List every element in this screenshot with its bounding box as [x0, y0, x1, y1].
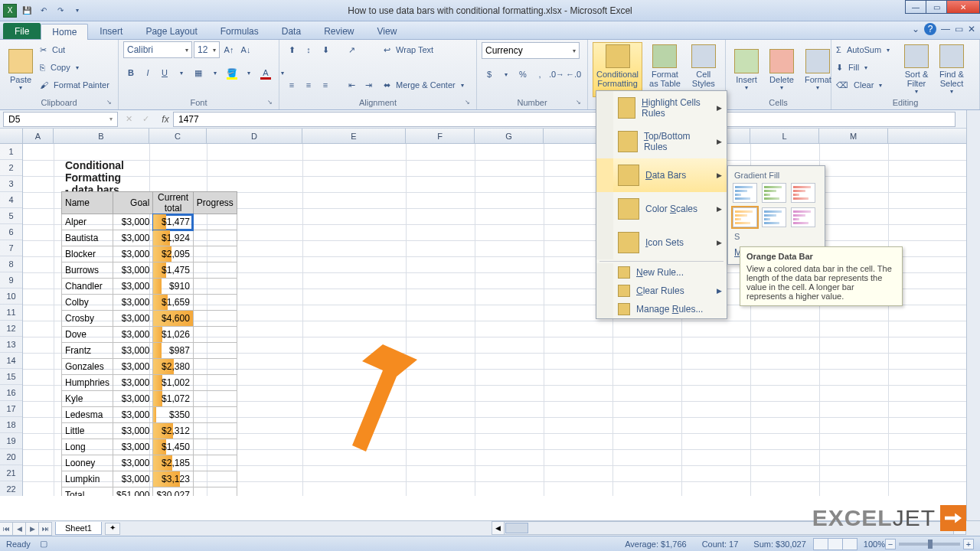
tab-view[interactable]: View [366, 23, 409, 39]
format-painter-button[interactable]: 🖌 Format Painter [40, 77, 109, 93]
align-middle-icon[interactable]: ↕ [301, 42, 316, 57]
minimize-button[interactable]: — [905, 0, 926, 14]
vertical-scrollbar[interactable] [966, 110, 980, 520]
databar-swatch[interactable] [762, 183, 786, 203]
column-header[interactable]: M [819, 129, 888, 143]
font-color-button[interactable]: A [258, 65, 273, 80]
dec-decimal-icon[interactable]: ←.0 [566, 67, 581, 82]
row-header[interactable]: 5 [0, 208, 22, 224]
row-header[interactable]: 6 [0, 224, 22, 240]
databar-swatch[interactable] [733, 207, 757, 227]
macro-record-icon[interactable]: ▢ [40, 539, 47, 549]
font-launcher-icon[interactable]: ↘ [267, 99, 276, 108]
tab-insert[interactable]: Insert [88, 23, 134, 39]
column-header[interactable]: F [406, 129, 475, 143]
tab-review[interactable]: Review [312, 23, 365, 39]
grow-font-icon[interactable]: A↑ [221, 42, 237, 57]
tab-data[interactable]: Data [270, 23, 312, 39]
column-header[interactable]: B [54, 129, 149, 143]
format-as-table-button[interactable]: Format as Table▾ [645, 42, 684, 97]
cf-menu-item[interactable]: Highlight Cells Rules▶ [596, 91, 727, 125]
accounting-format-icon[interactable]: $ [482, 67, 497, 82]
sheet-tab-sheet1[interactable]: Sheet1 [55, 522, 102, 535]
row-header[interactable]: 3 [0, 176, 22, 192]
row-header[interactable]: 7 [0, 240, 22, 256]
row-header[interactable]: 1 [0, 144, 22, 160]
column-header[interactable]: L [750, 129, 819, 143]
page-layout-view-icon[interactable] [828, 538, 843, 550]
select-all-corner[interactable] [0, 129, 23, 143]
cf-menu-item[interactable]: Data Bars▶ [596, 158, 727, 192]
sheet-nav-last-icon[interactable]: ⏭ [38, 522, 52, 536]
databar-swatch[interactable] [791, 183, 815, 203]
inc-decimal-icon[interactable]: .0→ [549, 67, 564, 82]
paste-button[interactable]: Paste▾ [5, 42, 37, 97]
row-header[interactable]: 2 [0, 160, 22, 176]
clipboard-launcher-icon[interactable]: ↘ [106, 99, 116, 108]
save-icon[interactable]: 💾 [20, 4, 34, 18]
percent-format-icon[interactable]: % [515, 67, 531, 82]
name-box[interactable]: D5▾ [3, 112, 118, 127]
cancel-formula-icon[interactable]: ✕ [121, 112, 136, 127]
row-header[interactable]: 22 [0, 481, 22, 496]
format-cells-button[interactable]: Format▾ [801, 42, 835, 97]
zoom-level[interactable]: 100% [864, 540, 885, 549]
cf-menu-item[interactable]: Color Scales▶ [596, 192, 727, 226]
row-header[interactable]: 9 [0, 272, 22, 289]
row-header[interactable]: 18 [0, 417, 22, 433]
sort-filter-button[interactable]: Sort & Filter▾ [900, 42, 933, 97]
zoom-out-icon[interactable]: − [885, 539, 896, 549]
column-header[interactable]: G [475, 129, 544, 143]
align-top-icon[interactable]: ⬆ [284, 42, 299, 57]
row-header[interactable]: 8 [0, 256, 22, 272]
help-icon[interactable]: ? [924, 23, 936, 35]
column-header[interactable]: D [207, 129, 302, 143]
databar-swatch[interactable] [762, 207, 786, 227]
bold-button[interactable]: B [123, 65, 139, 80]
row-header[interactable]: 16 [0, 385, 22, 401]
row-header[interactable]: 11 [0, 305, 22, 321]
tab-page-layout[interactable]: Page Layout [134, 23, 208, 39]
orientation-icon[interactable]: ↗ [344, 42, 359, 57]
align-center-icon[interactable]: ≡ [301, 77, 316, 93]
italic-button[interactable]: I [140, 65, 155, 80]
formula-input[interactable]: 1477 [173, 112, 956, 127]
tab-formulas[interactable]: Formulas [209, 23, 270, 39]
workbook-close-icon[interactable]: ✕ [968, 24, 975, 34]
number-launcher-icon[interactable]: ↘ [576, 99, 585, 108]
databar-swatch[interactable] [733, 183, 757, 203]
tab-file[interactable]: File [3, 23, 41, 39]
row-header[interactable]: 15 [0, 369, 22, 385]
wrap-text-button[interactable]: ↩ Wrap Text [384, 42, 464, 57]
conditional-formatting-button[interactable]: Conditional Formatting▾ [593, 42, 642, 97]
maximize-button[interactable]: ▭ [926, 0, 947, 14]
dec-indent-icon[interactable]: ⇤ [344, 77, 359, 93]
row-header[interactable]: 4 [0, 192, 22, 208]
copy-button[interactable]: ⎘ Copy ▾ [40, 60, 109, 75]
sheet-nav-first-icon[interactable]: ⏮ [0, 522, 13, 536]
column-header[interactable]: A [23, 129, 54, 143]
align-bottom-icon[interactable]: ⬇ [318, 42, 333, 57]
align-left-icon[interactable]: ≡ [284, 77, 299, 93]
row-header[interactable]: 19 [0, 433, 22, 449]
cf-menu-action[interactable]: Clear Rules▶ [596, 282, 727, 300]
clear-button[interactable]: ⌫ Clear ▾ [836, 77, 897, 93]
font-size-select[interactable]: 12▾ [194, 41, 220, 58]
cf-menu-item[interactable]: Icon Sets▶ [596, 226, 727, 259]
comma-format-icon[interactable]: , [532, 67, 547, 82]
workbook-minimize-icon[interactable]: — [941, 24, 950, 34]
undo-icon[interactable]: ↶ [37, 4, 51, 18]
enter-formula-icon[interactable]: ✓ [138, 112, 153, 127]
cf-menu-action[interactable]: New Rule... [596, 263, 727, 282]
row-header[interactable]: 10 [0, 289, 22, 305]
fill-button[interactable]: ⬇ Fill ▾ [836, 60, 897, 75]
row-header[interactable]: 21 [0, 465, 22, 481]
new-sheet-button[interactable]: ✦ [105, 523, 120, 535]
fill-color-button[interactable]: 🪣 [224, 65, 240, 80]
cell-styles-button[interactable]: Cell Styles▾ [688, 42, 720, 97]
row-header[interactable]: 20 [0, 449, 22, 465]
insert-cells-button[interactable]: Insert▾ [730, 42, 763, 97]
sheet-nav-next-icon[interactable]: ▶ [25, 522, 39, 536]
find-select-button[interactable]: Find & Select▾ [936, 42, 968, 97]
row-header[interactable]: 14 [0, 353, 22, 369]
